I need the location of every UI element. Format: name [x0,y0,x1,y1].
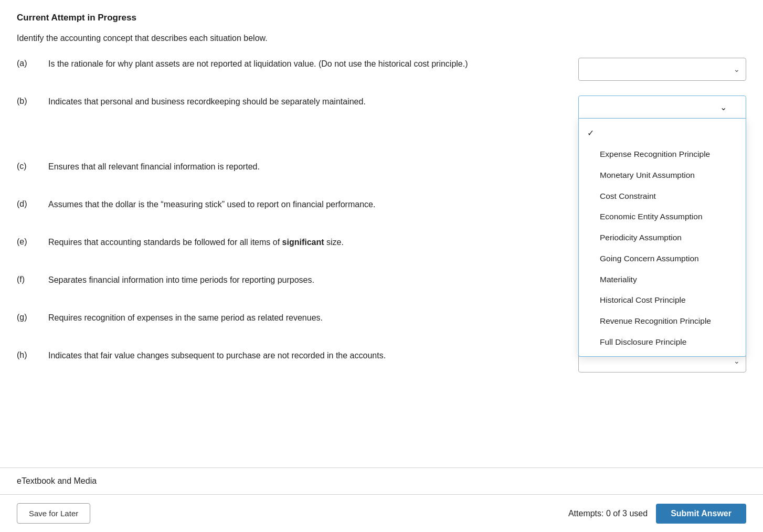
instructions-text: Identify the accounting concept that des… [17,34,746,43]
main-content: Current Attempt in Progress Identify the… [0,0,763,451]
page-wrapper: Current Attempt in Progress Identify the… [0,0,763,532]
chevron-down-icon-b: ⌄ [720,102,727,112]
question-letter-d: (d) [17,198,48,209]
question-letter-g: (g) [17,312,48,322]
dropdown-item-full-disclosure[interactable]: Full Disclosure Principle [579,332,746,353]
question-text-a: Is the rationale for why plant assets ar… [48,58,578,70]
bold-significant: significant [282,238,324,247]
dropdown-a[interactable]: Expense Recognition Principle Monetary U… [578,58,746,81]
question-text-h: Indicates that fair value changes subseq… [48,349,578,362]
dropdown-open-b: ⌄ Expense Recognition Principle Monetary… [578,95,746,119]
dropdown-area-a: Expense Recognition Principle Monetary U… [578,58,746,81]
question-letter-a: (a) [17,58,48,68]
question-text-d: Assumes that the dollar is the “measurin… [48,198,578,211]
question-row-a: (a) Is the rationale for why plant asset… [17,58,746,81]
etextbook-bar: eTextbook and Media [0,468,763,495]
dropdown-item-blank[interactable] [579,123,746,144]
footer-bar: Save for Later Attempts: 0 of 3 used Sub… [0,495,763,532]
current-attempt-heading: Current Attempt in Progress [17,13,746,23]
attempts-text: Attempts: 0 of 3 used [568,509,648,518]
dropdown-item-materiality[interactable]: Materiality [579,269,746,290]
dropdown-item-revenue-recognition[interactable]: Revenue Recognition Principle [579,311,746,332]
question-text-e: Requires that accounting standards be fo… [48,236,578,249]
question-letter-e: (e) [17,236,48,247]
submit-answer-button[interactable]: Submit Answer [656,504,746,524]
question-letter-h: (h) [17,349,48,360]
question-text-g: Requires recognition of expenses in the … [48,312,578,324]
dropdown-list-b: Expense Recognition Principle Monetary U… [578,119,746,357]
question-text-b: Indicates that personal and business rec… [48,95,578,108]
question-row-b: (b) Indicates that personal and business… [17,95,746,119]
question-text-c: Ensures that all relevant financial info… [48,161,578,173]
dropdown-trigger-b[interactable]: ⌄ [578,95,746,119]
save-later-button[interactable]: Save for Later [17,503,90,524]
footer-right: Attempts: 0 of 3 used Submit Answer [568,504,746,524]
question-text-f: Separates financial information into tim… [48,274,578,286]
etextbook-label: eTextbook and Media [17,476,97,485]
dropdown-item-expense-recognition[interactable]: Expense Recognition Principle [579,144,746,165]
question-letter-c: (c) [17,161,48,171]
dropdown-item-going-concern[interactable]: Going Concern Assumption [579,248,746,269]
dropdown-item-periodicity[interactable]: Periodicity Assumption [579,227,746,248]
dropdown-item-cost-constraint[interactable]: Cost Constraint [579,186,746,207]
dropdown-item-economic-entity[interactable]: Economic Entity Assumption [579,206,746,227]
bottom-bar: eTextbook and Media Save for Later Attem… [0,467,763,532]
question-letter-f: (f) [17,274,48,284]
dropdown-item-monetary-unit[interactable]: Monetary Unit Assumption [579,165,746,186]
question-letter-b: (b) [17,95,48,106]
dropdown-item-historical-cost[interactable]: Historical Cost Principle [579,290,746,311]
